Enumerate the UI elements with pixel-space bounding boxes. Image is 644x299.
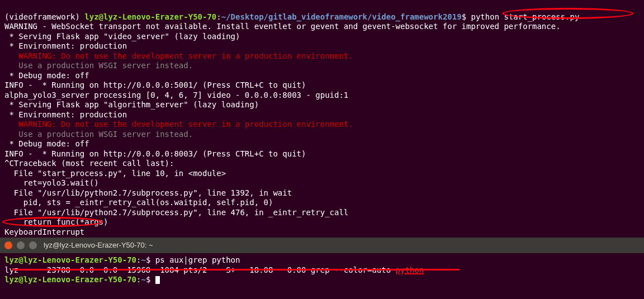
output-line: File "start_process.py", line 10, in <mo… [4,169,640,179]
output-line: * Debug mode: off [4,139,640,149]
minimize-button[interactable] [17,241,25,249]
output-line: Use a production WSGI server instead. [4,130,640,140]
output-line: pid, sts = _eintr_retry_call(os.waitpid,… [4,198,640,208]
close-button[interactable] [4,241,12,249]
window-title: lyz@lyz-Lenovo-Erazer-Y50-70: ~ [44,241,153,250]
ps-output-line: lyz 23788 0.0 0.0 15968 1084 pts/2 S+ 18… [4,265,640,276]
output-line: INFO - * Running on http://0.0.0.0:8003/… [4,149,640,159]
output-line: return func(*args) [4,217,640,227]
output-warning-line: WARNING: Do not use the development serv… [4,120,640,130]
output-line: alpha_yolo3_server processing [0, 4, 6, … [4,91,640,101]
output-line: File "/usr/lib/python2.7/subprocess.py",… [4,188,640,198]
output-line: INFO - * Running on http://0.0.0.0:5001/… [4,80,640,91]
window-controls [4,241,37,249]
output-line: * Environment: production [4,110,640,120]
bottom-terminal[interactable]: lyz@lyz-Lenovo-Erazer-Y50-70:~$ ps aux|g… [0,253,644,299]
prompt-line-b1: lyz@lyz-Lenovo-Erazer-Y50-70:~$ ps aux|g… [4,255,640,265]
prompt-line-b2: lyz@lyz-Lenovo-Erazer-Y50-70:~$ [4,275,640,285]
top-partial-line [4,2,640,12]
output-line: KeyboardInterrupt [4,227,640,238]
cursor [155,276,160,284]
output-line: File "/usr/lib/python2.7/subprocess.py",… [4,208,640,218]
prompt-line-1: (videoframework) lyz@lyz-Lenovo-Erazer-Y… [4,12,640,22]
output-line: * Debug mode: off [4,71,640,81]
title-bar[interactable]: lyz@lyz-Lenovo-Erazer-Y50-70: ~ [0,238,644,253]
maximize-button[interactable] [29,241,37,249]
output-line: WARNING - WebSocket transport not availa… [4,22,640,32]
output-line: * Serving Flask app "video_server" (lazy… [4,32,640,42]
output-line: * Serving Flask app "algorithm_server" (… [4,100,640,110]
output-warning-line: WARNING: Do not use the development serv… [4,51,640,61]
output-line: * Environment: production [4,41,640,51]
top-terminal[interactable]: (videoframework) lyz@lyz-Lenovo-Erazer-Y… [0,0,644,238]
output-line: ret=yolo3.wait() [4,178,640,188]
bottom-window: lyz@lyz-Lenovo-Erazer-Y50-70: ~ lyz@lyz-… [0,238,644,299]
output-line: Use a production WSGI server instead. [4,61,640,71]
output-line: ^CTraceback (most recent call last): [4,159,640,169]
